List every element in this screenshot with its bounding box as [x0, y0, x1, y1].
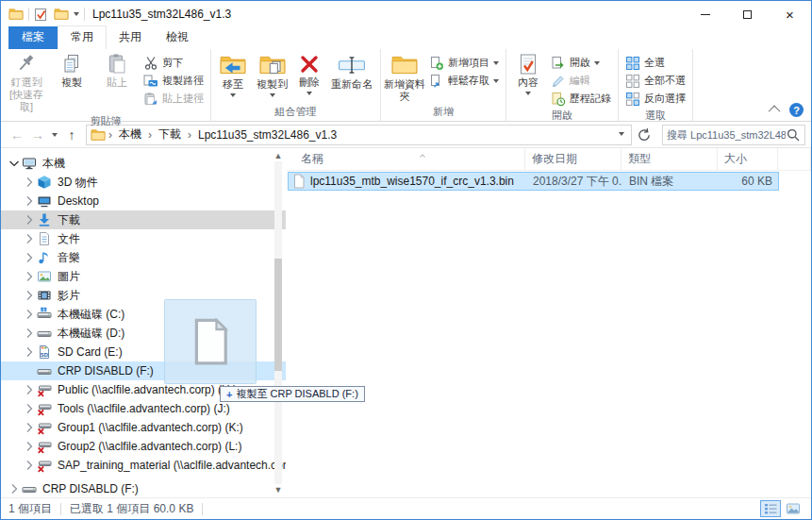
paste-shortcut-button[interactable]: 貼上捷徑 — [140, 90, 207, 108]
separator — [84, 8, 85, 21]
ribbon-group-organize: 移至 複製到 刪除 重新命名 組合管理 — [211, 49, 381, 121]
sidebar-item-3d-objects[interactable]: 3D 物件 — [1, 173, 286, 192]
chevron-right-icon[interactable] — [22, 250, 37, 265]
sidebar-item-music[interactable]: 音樂 — [1, 248, 286, 267]
chevron-right-icon[interactable] — [22, 401, 37, 416]
tab-view[interactable]: 檢視 — [154, 26, 201, 49]
sidebar-item-tools-j[interactable]: Tools (\\aclfile.advantech.corp) (J:) — [1, 399, 286, 418]
desktop-icon — [37, 193, 52, 209]
scrollbar-track[interactable] — [274, 161, 282, 484]
sidebar-item-sap-training-s[interactable]: SAP_training_material (\\aclfile.advante… — [1, 456, 286, 475]
select-none-button[interactable]: 全部不選 — [621, 72, 689, 90]
chevron-right-icon[interactable] — [22, 326, 37, 341]
sidebar-item-desktop[interactable]: Desktop — [1, 192, 286, 210]
copy-to-button[interactable]: 複製到 — [252, 51, 292, 100]
edit-button[interactable]: 編輯 — [547, 72, 615, 90]
chevron-down-icon — [594, 61, 600, 68]
copy-path-button[interactable]: 複製路徑 — [140, 72, 207, 90]
chevron-right-icon[interactable] — [22, 269, 37, 284]
details-view-button[interactable] — [760, 500, 781, 517]
ribbon-tab-bar: 檔案 常用 共用 檢視 — [1, 27, 811, 49]
breadcrumb-current-folder[interactable]: Lpc11u35_stm32L486_v1.3 — [194, 126, 340, 144]
chevron-right-icon[interactable] — [22, 420, 37, 435]
pin-icon — [14, 53, 39, 75]
chevron-right-icon[interactable] — [22, 175, 37, 190]
rename-button[interactable]: 重新命名 — [326, 51, 377, 91]
chevron-right-icon[interactable] — [7, 481, 22, 496]
copy-button[interactable]: 複製 — [49, 51, 94, 89]
large-icons-view-button[interactable] — [783, 500, 804, 517]
drive-icon — [37, 326, 52, 341]
maximize-button[interactable] — [726, 1, 769, 27]
sidebar-item-downloads[interactable]: 下載 — [1, 210, 286, 229]
sidebar-item-group2-l[interactable]: Group2 (\\aclfile.advantech.corp) (L:) — [1, 437, 286, 456]
address-dropdown-chevron[interactable] — [614, 128, 629, 142]
sidebar-item-pictures[interactable]: 圖片 — [1, 267, 286, 286]
new-folder-button[interactable]: 新增資料夾 — [384, 51, 425, 103]
column-header-type[interactable]: 類型 — [621, 148, 718, 170]
chevron-right-icon[interactable] — [22, 307, 37, 322]
minimize-icon — [701, 14, 710, 15]
help-icon[interactable]: ? — [789, 103, 804, 117]
search-icon[interactable] — [786, 127, 801, 143]
open-button[interactable]: 開啟 — [547, 54, 615, 72]
chevron-right-icon[interactable] — [22, 212, 37, 227]
column-header-size[interactable]: 大小 — [718, 148, 778, 170]
scroll-down-icon[interactable]: ▼ — [274, 484, 283, 495]
customize-qat-chevron-icon[interactable] — [74, 12, 79, 19]
chevron-down-icon[interactable] — [7, 156, 22, 171]
sidebar-item-crp-disabld-f-root[interactable]: CRP DISABLD (F:) — [1, 479, 286, 497]
select-all-button[interactable]: 全選 — [621, 54, 689, 72]
close-button[interactable]: × — [769, 1, 811, 27]
sort-ascending-icon[interactable] — [418, 149, 427, 162]
minimize-button[interactable] — [684, 1, 726, 27]
file-row[interactable]: lpc11u35_mtb_wise1570_if_crc_v1.3.bin 20… — [288, 172, 779, 191]
search-input[interactable] — [667, 129, 786, 141]
chevron-right-icon[interactable] — [22, 382, 37, 397]
drag-tooltip-text: 複製至 CRP DISABLD (F:) — [236, 387, 357, 401]
refresh-button[interactable] — [634, 125, 655, 145]
selection-summary: 已選取 1 個項目 60.0 KB — [70, 501, 193, 517]
scroll-up-icon[interactable]: ▲ — [274, 150, 283, 161]
new-item-button[interactable]: 新增項目 — [425, 54, 503, 72]
drive-icon — [22, 481, 37, 496]
invert-selection-button[interactable]: 反向選擇 — [621, 90, 689, 108]
sidebar-item-documents[interactable]: 文件 — [1, 229, 286, 248]
chevron-right-icon[interactable] — [22, 231, 37, 246]
cut-button[interactable]: 剪下 — [140, 54, 207, 72]
paste-icon — [105, 53, 129, 75]
scrollbar-thumb[interactable] — [274, 259, 282, 372]
pin-to-quick-access-button[interactable]: 釘選到 [快速存取] — [4, 51, 49, 113]
history-button[interactable]: 歷程記錄 — [547, 90, 615, 108]
file-date-modified: 2018/3/27 下午 0... — [526, 174, 622, 190]
move-to-button[interactable]: 移至 — [214, 51, 252, 100]
column-header-date-modified[interactable]: 修改日期 — [525, 148, 621, 170]
column-header-name[interactable]: 名稱 — [286, 148, 525, 170]
sidebar-item-group1-k[interactable]: Group1 (\\aclfile.advantech.corp) (K:) — [1, 418, 286, 437]
network-drive-icon — [37, 382, 52, 397]
history-clock-icon — [551, 92, 566, 107]
sidebar-scrollbar[interactable]: ▲ ▼ — [273, 150, 284, 495]
chevron-right-icon[interactable] — [22, 458, 37, 473]
chevron-right-icon[interactable] — [22, 344, 37, 360]
properties-check-icon[interactable] — [34, 7, 49, 22]
collapse-ribbon-chevron-icon[interactable] — [769, 106, 781, 118]
sidebar-item-this-pc[interactable]: 本機 — [1, 154, 286, 173]
paste-button[interactable]: 貼上 — [94, 51, 140, 89]
easy-access-button[interactable]: 輕鬆存取 — [425, 72, 503, 90]
file-icon — [186, 310, 235, 373]
search-box[interactable] — [662, 125, 805, 145]
delete-button[interactable]: 刪除 — [292, 51, 326, 98]
properties-button[interactable]: 內容 — [509, 51, 547, 98]
tab-share[interactable]: 共用 — [107, 26, 154, 49]
chevron-right-icon[interactable] — [22, 288, 37, 303]
copy-to-icon — [258, 53, 287, 77]
chevron-right-icon[interactable] — [22, 193, 37, 209]
tab-file[interactable]: 檔案 — [8, 26, 58, 49]
tab-home[interactable]: 常用 — [58, 25, 107, 49]
separator — [28, 8, 29, 21]
window-controls: × — [684, 1, 811, 27]
chevron-right-icon[interactable] — [22, 439, 37, 454]
cube-icon — [37, 175, 52, 190]
new-folder-icon[interactable] — [54, 7, 69, 22]
